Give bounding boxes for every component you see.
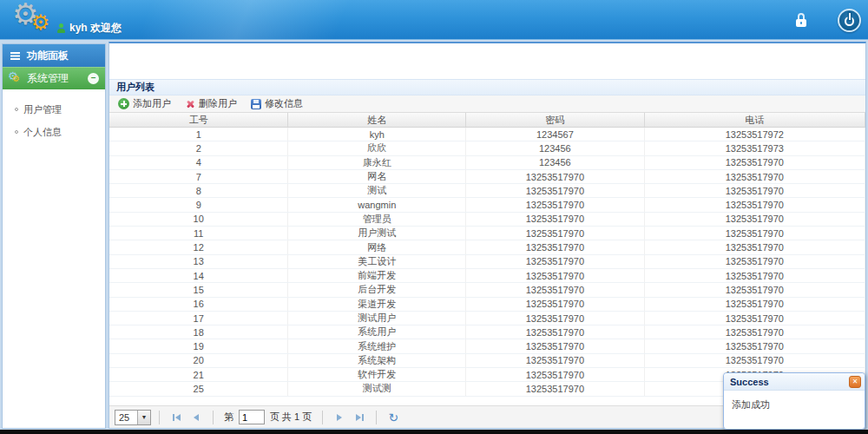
table-cell: 13253517970 bbox=[466, 312, 645, 325]
table-cell: 123456 bbox=[466, 156, 645, 169]
bullet-icon bbox=[15, 108, 18, 111]
main-blank-area bbox=[109, 43, 865, 79]
sidebar-item-user-management[interactable]: 用户管理 bbox=[3, 98, 105, 121]
sidebar-items: 用户管理 个人信息 bbox=[3, 89, 105, 143]
table-row[interactable]: 11用户测试1325351797013253517970 bbox=[109, 227, 865, 240]
sidebar-item-label: 用户管理 bbox=[23, 103, 62, 116]
table-cell: 前端开发 bbox=[288, 269, 466, 282]
column-header[interactable]: 姓名 bbox=[288, 113, 466, 127]
table-cell: 后台开发 bbox=[288, 283, 466, 296]
table-cell: 10 bbox=[109, 213, 288, 226]
page-size-value: 25 bbox=[115, 411, 137, 424]
edit-info-button[interactable]: 修改信息 bbox=[247, 95, 309, 112]
collapse-icon[interactable]: – bbox=[88, 73, 99, 84]
delete-user-button[interactable]: 删除用户 bbox=[181, 95, 243, 112]
table-cell: 13253517970 bbox=[645, 184, 865, 197]
table-cell: 美工设计 bbox=[288, 255, 466, 268]
table-cell: 7 bbox=[109, 170, 288, 183]
table-cell: 15 bbox=[109, 283, 288, 296]
table-cell: 17 bbox=[109, 312, 288, 325]
add-user-button[interactable]: 添加用户 bbox=[114, 95, 177, 112]
delete-icon bbox=[185, 99, 195, 109]
next-page-button[interactable] bbox=[331, 409, 348, 426]
table-cell: 13253517970 bbox=[466, 354, 645, 367]
table-row[interactable]: 16渠道开发1325351797013253517970 bbox=[109, 298, 865, 312]
table-row[interactable]: 8测试1325351797013253517970 bbox=[109, 184, 865, 198]
table-row[interactable]: 15后台开发1325351797013253517970 bbox=[109, 283, 865, 297]
page-size-select[interactable]: 25 ▼ bbox=[115, 410, 151, 425]
table-cell: 4 bbox=[109, 156, 288, 169]
sidebar-group-system-management[interactable]: ⚙ ⚙ 系统管理 – bbox=[3, 67, 105, 89]
column-header[interactable]: 电话 bbox=[645, 113, 865, 127]
bullet-icon bbox=[15, 130, 18, 134]
welcome-text: kyh 欢迎您 bbox=[69, 21, 122, 36]
add-icon bbox=[118, 98, 129, 109]
table-row[interactable]: 1kyh123456713253517972 bbox=[109, 128, 865, 141]
panel-title-bar: 用户列表 bbox=[109, 79, 865, 95]
table-cell: 13253517970 bbox=[645, 255, 865, 268]
table-cell: 16 bbox=[109, 298, 288, 311]
table-cell: 13253517972 bbox=[645, 128, 865, 141]
add-user-label: 添加用户 bbox=[133, 97, 171, 110]
sidebar: 功能面板 ⚙ ⚙ 系统管理 – 用户管理 个人信息 bbox=[2, 43, 106, 429]
table-cell: 13253517970 bbox=[645, 298, 865, 311]
table-row[interactable]: 13美工设计1325351797013253517970 bbox=[109, 255, 865, 269]
sidebar-item-personal-info[interactable]: 个人信息 bbox=[3, 121, 105, 143]
table-row[interactable]: 17测试用户1325351797013253517970 bbox=[109, 312, 865, 326]
table-cell: 测试测 bbox=[288, 382, 466, 395]
table-cell: 13253517970 bbox=[466, 326, 645, 339]
table-cell: kyh bbox=[288, 128, 466, 141]
close-icon[interactable]: ✕ bbox=[849, 376, 861, 388]
dropdown-arrow-icon: ▼ bbox=[137, 411, 150, 424]
table-row[interactable]: 9wangmin1325351797013253517970 bbox=[109, 198, 865, 212]
separator bbox=[322, 411, 323, 424]
table-row[interactable]: 7网名1325351797013253517970 bbox=[109, 170, 865, 184]
table-cell: 8 bbox=[109, 184, 288, 197]
delete-user-label: 删除用户 bbox=[199, 97, 237, 110]
separator bbox=[213, 411, 214, 424]
table-cell: 网名 bbox=[288, 170, 466, 183]
grid-toolbar: 添加用户 删除用户 修改信息 bbox=[109, 95, 865, 113]
table-cell: 系统用户 bbox=[288, 326, 466, 339]
popup-title: Success bbox=[730, 377, 849, 387]
table-cell: 19 bbox=[109, 339, 288, 352]
power-icon-stem bbox=[849, 13, 851, 20]
table-cell: 21 bbox=[109, 368, 288, 381]
separator bbox=[159, 411, 160, 424]
table-row[interactable]: 18系统用户1325351797013253517970 bbox=[109, 326, 865, 339]
column-header[interactable]: 密码 bbox=[466, 113, 645, 127]
last-page-button[interactable] bbox=[351, 409, 368, 426]
prev-page-button[interactable] bbox=[187, 409, 205, 426]
lock-button[interactable] bbox=[794, 12, 808, 28]
table-cell: 13253517973 bbox=[645, 141, 865, 155]
popup-header[interactable]: Success ✕ bbox=[724, 373, 865, 391]
table-row[interactable]: 10管理员1325351797013253517970 bbox=[109, 213, 865, 227]
first-page-button[interactable] bbox=[168, 409, 185, 426]
table-row[interactable]: 14前端开发1325351797013253517970 bbox=[109, 269, 865, 283]
table-cell: 欣欣 bbox=[288, 141, 466, 155]
table-cell: 测试用户 bbox=[288, 312, 466, 325]
table-cell: 软件开发 bbox=[288, 368, 466, 381]
page-number-input[interactable] bbox=[239, 410, 265, 424]
logout-power-button[interactable] bbox=[838, 9, 861, 32]
column-header[interactable]: 工号 bbox=[109, 113, 288, 127]
table-cell: 13253517970 bbox=[466, 255, 645, 268]
table-cell: 13253517970 bbox=[645, 240, 865, 253]
table-cell: 13253517970 bbox=[645, 326, 865, 339]
table-cell: 14 bbox=[109, 269, 288, 282]
table-cell: 网络 bbox=[288, 240, 466, 253]
table-cell: 13253517970 bbox=[466, 198, 645, 211]
table-row[interactable]: 12网络1325351797013253517970 bbox=[109, 240, 865, 254]
refresh-button[interactable]: ↻ bbox=[385, 409, 402, 426]
table-cell: 13253517970 bbox=[466, 184, 645, 197]
app-header: ⚙ ⚙ kyh 欢迎您 bbox=[0, 0, 868, 40]
app-logo: ⚙ ⚙ bbox=[12, 0, 62, 40]
table-row[interactable]: 19系统维护1325351797013253517970 bbox=[109, 339, 865, 353]
table-cell: 13253517970 bbox=[645, 198, 865, 211]
table-cell: 系统架构 bbox=[288, 354, 466, 367]
table-row[interactable]: 20系统架构1325351797013253517970 bbox=[109, 354, 865, 368]
welcome-area: kyh 欢迎您 bbox=[57, 21, 122, 36]
table-row[interactable]: 4康永红12345613253517970 bbox=[109, 156, 865, 170]
table-row[interactable]: 2欣欣12345613253517973 bbox=[109, 141, 865, 155]
table-cell: 渠道开发 bbox=[288, 298, 466, 311]
